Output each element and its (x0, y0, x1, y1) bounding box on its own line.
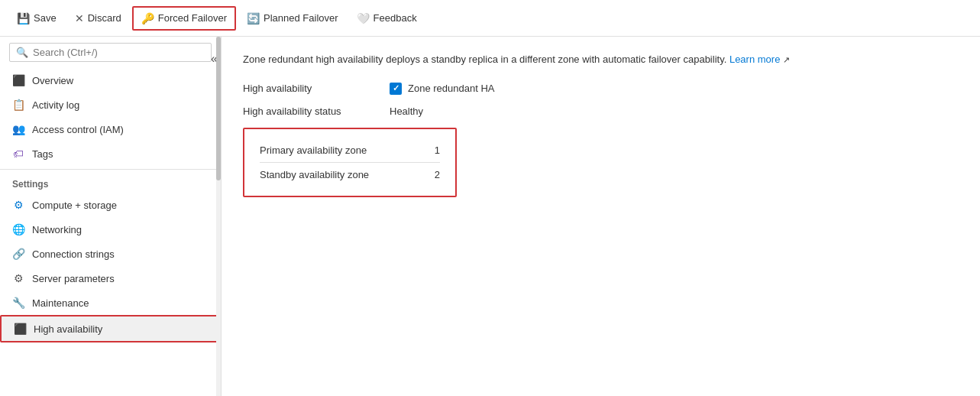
sidebar-item-tags-label: Tags (32, 148, 53, 160)
access-control-icon: 👥 (12, 123, 24, 135)
content-area: Zone redundant high availability deploys… (222, 37, 980, 396)
search-icon: 🔍 (16, 47, 28, 58)
forced-failover-label: Forced Failover (158, 12, 227, 24)
search-input[interactable] (33, 47, 205, 58)
sidebar-item-networking[interactable]: 🌐 Networking (0, 217, 221, 242)
standby-zone-value: 2 (435, 169, 440, 180)
sidebar-item-access-control-label: Access control (IAM) (32, 124, 124, 135)
description-body: Zone redundant high availability deploys… (243, 54, 726, 65)
forced-failover-button[interactable]: 🔑 Forced Failover (132, 6, 236, 31)
checkbox-checked[interactable]: ✓ (390, 83, 402, 95)
overview-icon: ⬛ (12, 74, 24, 86)
settings-section-label: Settings (0, 169, 221, 193)
save-label: Save (34, 12, 57, 24)
sidebar-item-activity-log-label: Activity log (32, 99, 79, 111)
sidebar: 🔍 « ⬛ Overview 📋 Activity log 👥 Access c… (0, 37, 222, 396)
high-availability-value: ✓ Zone redundant HA (390, 83, 494, 95)
sidebar-item-activity-log[interactable]: 📋 Activity log (0, 93, 221, 117)
save-icon: 💾 (17, 12, 30, 24)
ha-status-label: High availability status (243, 105, 380, 117)
sidebar-item-maintenance[interactable]: 🔧 Maintenance (0, 291, 221, 315)
sidebar-item-compute-storage[interactable]: ⚙ Compute + storage (0, 193, 221, 217)
ha-status-field: High availability status Healthy (243, 105, 959, 117)
sidebar-item-tags[interactable]: 🏷 Tags (0, 141, 221, 166)
zones-box: Primary availability zone 1 Standby avai… (243, 128, 457, 197)
high-availability-icon: ⬛ (14, 323, 26, 335)
scrollbar-thumb[interactable] (216, 37, 221, 180)
connection-strings-icon: 🔗 (12, 248, 24, 260)
learn-more-link[interactable]: Learn more (729, 54, 780, 65)
main-area: 🔍 « ⬛ Overview 📋 Activity log 👥 Access c… (0, 37, 980, 396)
planned-failover-icon: 🔄 (247, 12, 260, 24)
maintenance-icon: 🔧 (12, 297, 24, 309)
standby-zone-label: Standby availability zone (260, 169, 369, 180)
high-availability-field: High availability ✓ Zone redundant HA (243, 83, 959, 95)
sidebar-item-high-availability[interactable]: ⬛ High availability (0, 315, 221, 342)
external-link-icon: ↗ (783, 55, 790, 64)
primary-zone-value: 1 (435, 144, 440, 156)
sidebar-item-server-parameters-label: Server parameters (32, 273, 115, 284)
save-button[interactable]: 💾 Save (9, 8, 64, 29)
ha-status-value: Healthy (390, 105, 423, 117)
search-box[interactable]: 🔍 (9, 43, 212, 62)
feedback-icon: 🤍 (357, 12, 370, 24)
tags-icon: 🏷 (12, 148, 24, 160)
planned-failover-label: Planned Failover (264, 12, 338, 24)
sidebar-item-server-parameters[interactable]: ⚙ Server parameters (0, 266, 221, 291)
sidebar-item-maintenance-label: Maintenance (32, 297, 89, 309)
standby-zone-row: Standby availability zone 2 (260, 163, 440, 187)
sidebar-item-overview-label: Overview (32, 75, 73, 86)
server-parameters-icon: ⚙ (12, 272, 24, 284)
toolbar: 💾 Save ✕ Discard 🔑 Forced Failover 🔄 Pla… (0, 0, 980, 37)
high-availability-value-text: Zone redundant HA (408, 83, 494, 94)
primary-zone-row: Primary availability zone 1 (260, 138, 440, 163)
compute-storage-icon: ⚙ (12, 199, 24, 211)
feedback-label: Feedback (374, 12, 417, 24)
sidebar-item-networking-label: Networking (32, 224, 82, 235)
high-availability-label: High availability (243, 83, 380, 94)
planned-failover-button[interactable]: 🔄 Planned Failover (239, 8, 346, 29)
scrollbar-track[interactable] (216, 37, 221, 396)
activity-log-icon: 📋 (12, 99, 24, 111)
sidebar-item-connection-strings[interactable]: 🔗 Connection strings (0, 242, 221, 266)
networking-icon: 🌐 (12, 223, 24, 235)
feedback-button[interactable]: 🤍 Feedback (349, 8, 425, 29)
sidebar-item-high-availability-label: High availability (34, 323, 102, 335)
sidebar-item-access-control[interactable]: 👥 Access control (IAM) (0, 117, 221, 141)
discard-label: Discard (88, 12, 121, 24)
primary-zone-label: Primary availability zone (260, 144, 367, 156)
sidebar-item-compute-storage-label: Compute + storage (32, 200, 117, 211)
discard-icon: ✕ (75, 12, 84, 24)
sidebar-item-connection-strings-label: Connection strings (32, 248, 115, 260)
discard-button[interactable]: ✕ Discard (67, 8, 129, 29)
description-text: Zone redundant high availability deploys… (243, 52, 959, 67)
sidebar-item-overview[interactable]: ⬛ Overview (0, 68, 221, 93)
forced-failover-icon: 🔑 (141, 12, 154, 24)
